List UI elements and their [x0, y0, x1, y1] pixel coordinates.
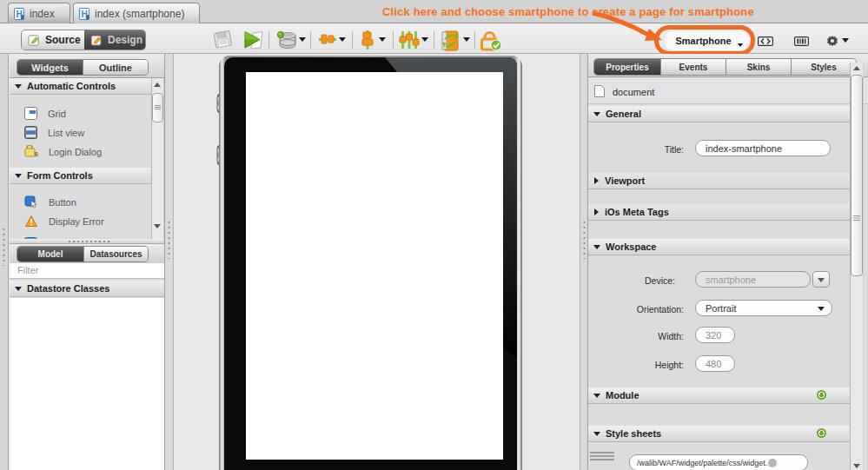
- svg-text:s: s: [34, 149, 38, 158]
